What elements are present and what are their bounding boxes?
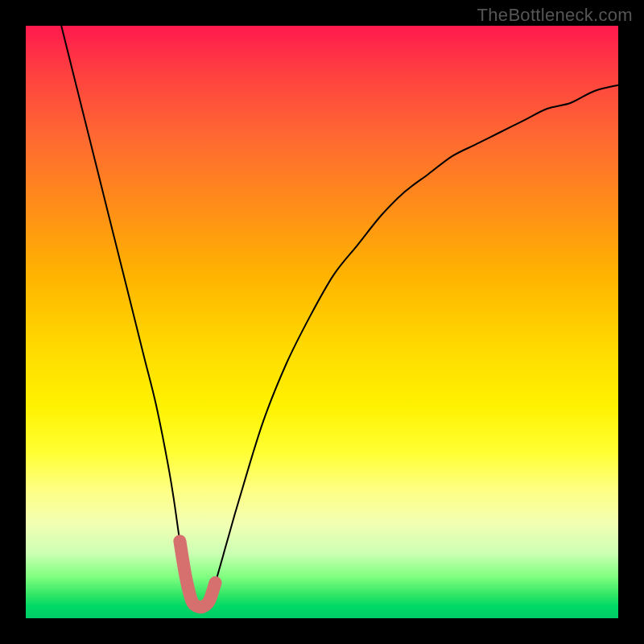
bottleneck-curve — [61, 26, 618, 607]
watermark-text: TheBottleneck.com — [477, 5, 633, 26]
chart-svg — [26, 26, 618, 618]
optimal-range-highlight — [180, 541, 215, 607]
chart-frame — [26, 26, 618, 618]
